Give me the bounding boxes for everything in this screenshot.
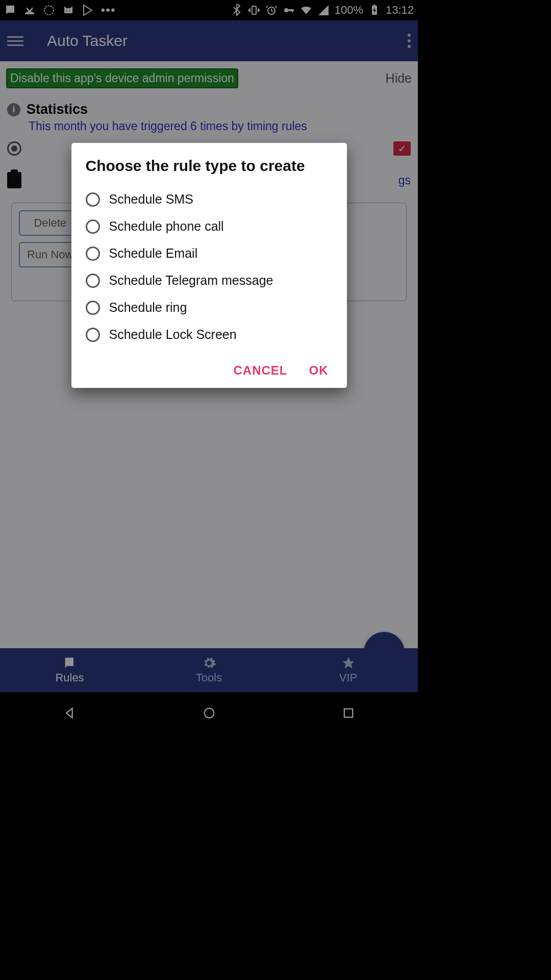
radio-icon (86, 328, 100, 342)
radio-icon (86, 301, 100, 315)
radio-icon (86, 274, 100, 288)
option-schedule-lock-screen[interactable]: Schedule Lock Screen (86, 321, 333, 348)
option-schedule-sms[interactable]: Schedule SMS (86, 186, 333, 213)
ok-button[interactable]: OK (309, 363, 329, 378)
radio-icon (86, 247, 100, 261)
option-label: Schedule Email (109, 246, 198, 261)
option-schedule-email[interactable]: Schedule Email (86, 240, 333, 267)
option-label: Schedule Lock Screen (109, 327, 237, 342)
option-label: Schedule phone call (109, 219, 224, 234)
dialog-title: Choose the rule type to create (86, 157, 333, 175)
option-schedule-phone-call[interactable]: Schedule phone call (86, 213, 333, 240)
option-schedule-telegram[interactable]: Schedule Telegram message (86, 267, 333, 294)
option-label: Schedule ring (109, 300, 187, 315)
rule-type-dialog: Choose the rule type to create Schedule … (71, 143, 347, 388)
radio-icon (86, 219, 100, 234)
radio-icon (86, 192, 100, 207)
option-label: Schedule SMS (109, 192, 193, 207)
option-label: Schedule Telegram message (109, 273, 273, 288)
option-schedule-ring[interactable]: Schedule ring (86, 294, 333, 321)
cancel-button[interactable]: CANCEL (234, 363, 288, 378)
